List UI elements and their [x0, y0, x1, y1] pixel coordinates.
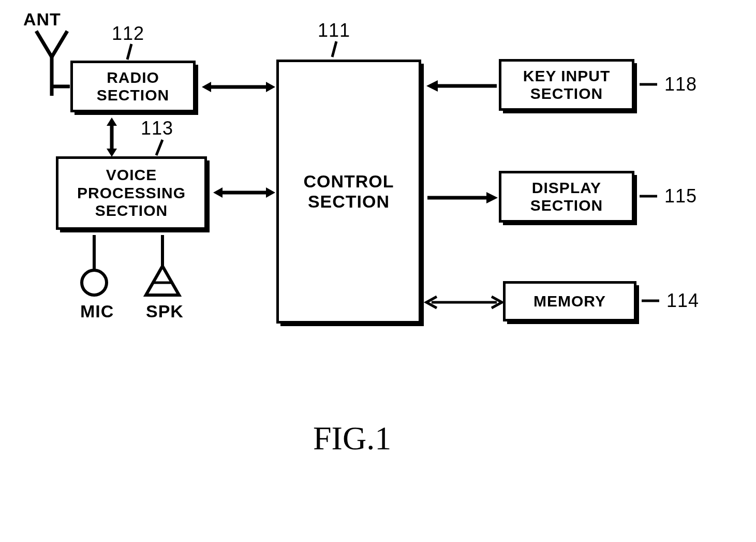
figure-caption: FIG.1	[313, 419, 391, 458]
keyinput-control-arrow	[424, 76, 500, 96]
control-section-box: CONTROL SECTION	[276, 60, 421, 324]
ref-115-tick	[639, 188, 660, 204]
ref-112: 112	[112, 23, 144, 45]
ant-radio-wire	[49, 80, 75, 96]
control-section-label: CONTROL SECTION	[303, 171, 394, 212]
spk-label: SPK	[146, 301, 184, 321]
ref-118: 118	[664, 74, 697, 95]
ref-114-tick	[641, 293, 662, 309]
control-display-arrow	[424, 187, 500, 208]
key-input-label: KEY INPUT SECTION	[523, 67, 610, 103]
display-section-box: DISPLAY SECTION	[499, 171, 634, 223]
memory-label: MEMORY	[533, 292, 606, 311]
radio-voice-arrow	[101, 116, 122, 158]
diagram-canvas: ANT 112 RADIO SECTION 113	[0, 0, 756, 542]
voice-processing-box: VOICE PROCESSING SECTION	[56, 156, 207, 230]
speaker-icon	[143, 234, 195, 301]
control-memory-arrow	[424, 292, 504, 313]
mic-label: MIC	[80, 301, 114, 321]
ref-115: 115	[664, 185, 697, 207]
memory-box: MEMORY	[503, 281, 636, 321]
ref-113: 113	[141, 118, 173, 139]
voice-processing-label: VOICE PROCESSING SECTION	[77, 166, 186, 220]
key-input-box: KEY INPUT SECTION	[499, 59, 634, 111]
radio-section-box: RADIO SECTION	[70, 61, 196, 112]
ref-114: 114	[666, 290, 699, 312]
tick-111	[329, 41, 340, 62]
mic-icon	[79, 234, 120, 301]
voice-control-arrow	[211, 182, 277, 203]
radio-section-label: RADIO SECTION	[97, 69, 169, 105]
svg-point-2	[82, 270, 107, 295]
ref-118-tick	[639, 77, 660, 92]
ant-label: ANT	[23, 9, 61, 30]
display-section-label: DISPLAY SECTION	[530, 179, 603, 215]
radio-control-arrow	[200, 77, 277, 97]
ref-111: 111	[318, 20, 350, 41]
